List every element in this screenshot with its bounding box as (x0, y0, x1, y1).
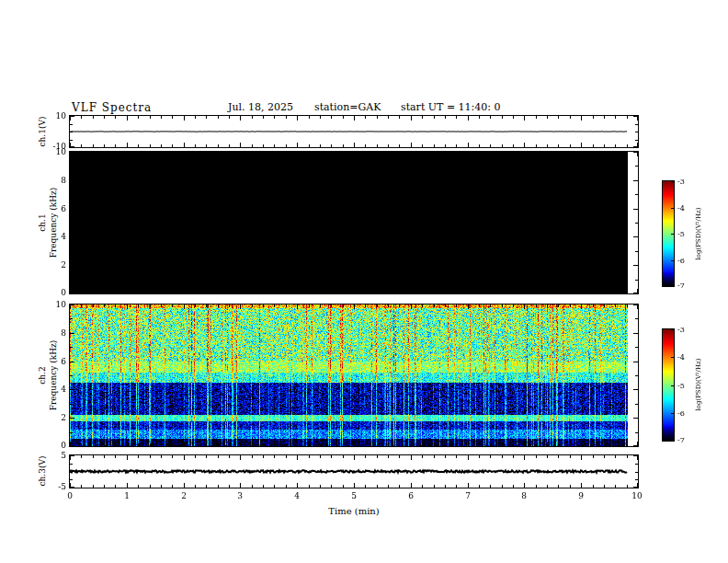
tick-mark (570, 443, 571, 446)
tick-mark (434, 116, 435, 119)
tick-mark (388, 152, 389, 155)
tick-mark (195, 304, 196, 307)
tick-mark (627, 443, 628, 446)
tick-mark (635, 251, 638, 252)
y-tick-label: 4 (61, 232, 66, 241)
tick-mark (297, 483, 298, 488)
tick-mark (104, 485, 105, 488)
tick-mark (70, 251, 73, 252)
tick-mark (70, 472, 73, 473)
tick-mark (377, 455, 378, 458)
tick-mark (115, 443, 116, 446)
tick-mark (536, 485, 537, 488)
tick-mark (422, 144, 423, 147)
tick-mark (286, 304, 287, 307)
tick-mark (365, 152, 366, 155)
tick-mark (70, 124, 73, 125)
tick-mark (524, 289, 525, 293)
tick-mark (479, 152, 480, 155)
x-tick-label: 1 (124, 491, 130, 500)
tick-mark (502, 152, 503, 155)
y-tick-label: 10 (56, 111, 66, 121)
tick-mark (615, 152, 616, 155)
tick-mark (615, 443, 616, 446)
tick-mark (286, 485, 287, 488)
y-tick-label: 8 (61, 328, 66, 338)
tick-mark (93, 443, 94, 446)
tick-mark (388, 455, 389, 458)
tick-mark (671, 440, 674, 441)
tick-mark (388, 291, 389, 293)
tick-mark (138, 304, 139, 307)
tick-mark (70, 375, 73, 376)
y-tick-label: 0 (61, 441, 66, 450)
tick-mark (627, 304, 628, 307)
tick-mark (240, 116, 241, 121)
tick-mark (468, 483, 469, 488)
tick-mark (81, 291, 82, 293)
tick-mark (411, 455, 412, 460)
tick-mark (671, 357, 674, 358)
tick-mark (150, 144, 151, 147)
tick-mark (671, 181, 674, 182)
tick-mark (320, 485, 321, 488)
tick-mark (218, 455, 219, 458)
tick-mark (365, 443, 366, 446)
tick-mark (343, 304, 344, 307)
tick-mark (218, 485, 219, 488)
tick-mark (93, 144, 94, 147)
tick-mark (502, 144, 503, 147)
tick-mark (229, 291, 230, 293)
tick-mark (320, 144, 321, 147)
tick-mark (252, 443, 253, 446)
tick-mark (161, 116, 162, 119)
tick-mark (422, 116, 423, 119)
tick-mark (206, 304, 207, 307)
tick-mark (252, 291, 253, 293)
x-tick-label: 8 (521, 491, 527, 500)
station-label: station=GAK (314, 101, 381, 113)
tick-mark (411, 442, 412, 446)
colorbar-tick-label: -7 (677, 436, 685, 444)
y-tick-label: 6 (61, 204, 66, 213)
tick-mark (558, 304, 559, 307)
colorbar-tick-label: -7 (677, 282, 685, 290)
tick-mark (138, 485, 139, 488)
tick-mark (252, 455, 253, 458)
tick-mark (206, 443, 207, 446)
tick-mark (240, 483, 241, 488)
tick-mark (547, 443, 548, 446)
tick-mark (70, 418, 74, 419)
tick-mark (635, 280, 638, 281)
tick-mark (377, 152, 378, 155)
tick-mark (635, 375, 638, 376)
tick-mark (570, 144, 571, 147)
tick-mark (70, 280, 73, 281)
tick-mark (479, 485, 480, 488)
tick-mark (184, 442, 185, 446)
tick-mark (627, 144, 628, 147)
tick-mark (434, 144, 435, 147)
tick-mark (377, 291, 378, 293)
tick-mark (263, 304, 264, 307)
tick-mark (388, 116, 389, 119)
tick-mark (127, 116, 128, 121)
tick-mark (513, 152, 514, 155)
tick-mark (633, 418, 638, 419)
tick-mark (637, 442, 638, 446)
tick-mark (229, 443, 230, 446)
tick-mark (635, 223, 638, 224)
tick-mark (524, 152, 525, 156)
y-tick-label: 2 (61, 260, 66, 270)
tick-mark (635, 464, 638, 465)
tick-mark (627, 485, 628, 488)
tick-mark (536, 304, 537, 307)
tick-mark (445, 152, 446, 155)
tick-mark (593, 455, 594, 458)
tick-mark (635, 194, 638, 195)
tick-mark (637, 143, 638, 147)
tick-mark (70, 318, 73, 319)
tick-mark (81, 443, 82, 446)
tick-mark (570, 291, 571, 293)
tick-mark (604, 485, 605, 488)
